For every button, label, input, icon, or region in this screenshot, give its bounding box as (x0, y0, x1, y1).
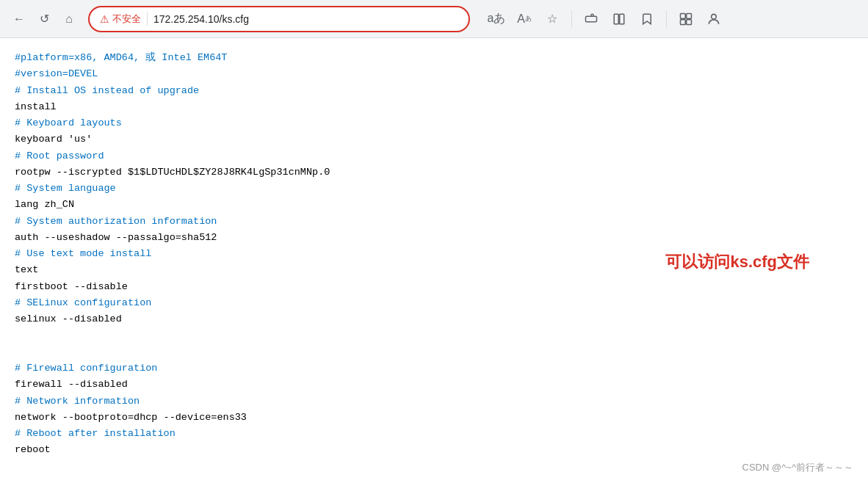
code-line: firewall --disabled (15, 377, 853, 393)
toolbar-icons: aあ Aあ ☆ (485, 7, 726, 31)
svg-rect-0 (614, 14, 618, 24)
collections-button[interactable] (635, 7, 659, 31)
svg-point-6 (712, 14, 717, 19)
code-line: # Reboot after installation (15, 426, 853, 442)
svg-rect-5 (687, 19, 692, 24)
code-line: # Keyboard layouts (15, 115, 853, 131)
page-content: #platform=x86, AMD64, 或 Intel EM64T#vers… (0, 38, 868, 483)
svg-rect-4 (681, 19, 686, 24)
font-button[interactable]: Aあ (513, 7, 536, 31)
browser-chrome: ← ↺ ⌂ ⚠ 不安全 aあ Aあ ☆ (0, 0, 868, 38)
svg-rect-3 (687, 13, 692, 18)
nav-buttons: ← ↺ ⌂ (9, 9, 79, 29)
code-line: # System language (15, 181, 853, 197)
code-line: # Firewall configuration (15, 360, 853, 377)
security-warning: ⚠ 不安全 (100, 12, 141, 26)
svg-rect-2 (681, 13, 686, 18)
csdn-watermark: CSDN @^~^前行者～～～ (742, 461, 853, 474)
code-line (15, 344, 853, 360)
refresh-button[interactable]: ↺ (34, 9, 54, 29)
security-label: 不安全 (112, 12, 141, 26)
code-line: # System authorization information (15, 214, 853, 230)
annotation-text: 可以访问ks.cfg文件 (665, 251, 809, 273)
svg-rect-1 (620, 14, 624, 24)
code-line: firstboot --disable (15, 279, 853, 295)
toolbar-separator-2 (666, 10, 667, 28)
code-line: lang zh_CN (15, 197, 853, 213)
back-button[interactable]: ← (9, 9, 29, 29)
extensions-button[interactable] (579, 7, 603, 31)
translate-button[interactable]: aあ (485, 7, 508, 31)
code-line: # Root password (15, 148, 853, 164)
code-line: # Install OS instead of upgrade (15, 83, 853, 99)
code-line (15, 328, 853, 344)
split-view-button[interactable] (607, 7, 631, 31)
code-line: # SELinux configuration (15, 295, 853, 311)
address-bar-divider (147, 12, 148, 26)
code-line: selinux --disabled (15, 311, 853, 327)
code-line: install (15, 99, 853, 115)
tabs-button[interactable] (674, 7, 698, 31)
home-button[interactable]: ⌂ (59, 9, 79, 29)
code-line: rootpw --iscrypted $1$LDTUcHDL$ZY28J8RK4… (15, 164, 853, 181)
star-button[interactable]: ☆ (540, 7, 564, 31)
code-line: # Network information (15, 393, 853, 410)
warning-icon: ⚠ (100, 13, 109, 25)
toolbar-separator-1 (571, 10, 572, 28)
code-line: keyboard 'us' (15, 131, 853, 148)
address-bar-container[interactable]: ⚠ 不安全 (88, 6, 470, 32)
url-input[interactable] (153, 13, 458, 25)
code-line: #version=DEVEL (15, 66, 853, 82)
code-line: network --bootproto=dhcp --device=ens33 (15, 410, 853, 426)
code-line: reboot (15, 442, 853, 458)
profile-button[interactable] (702, 7, 726, 31)
code-line: auth --useshadow --passalgo=sha512 (15, 230, 853, 246)
code-line: #platform=x86, AMD64, 或 Intel EM64T (15, 50, 853, 66)
